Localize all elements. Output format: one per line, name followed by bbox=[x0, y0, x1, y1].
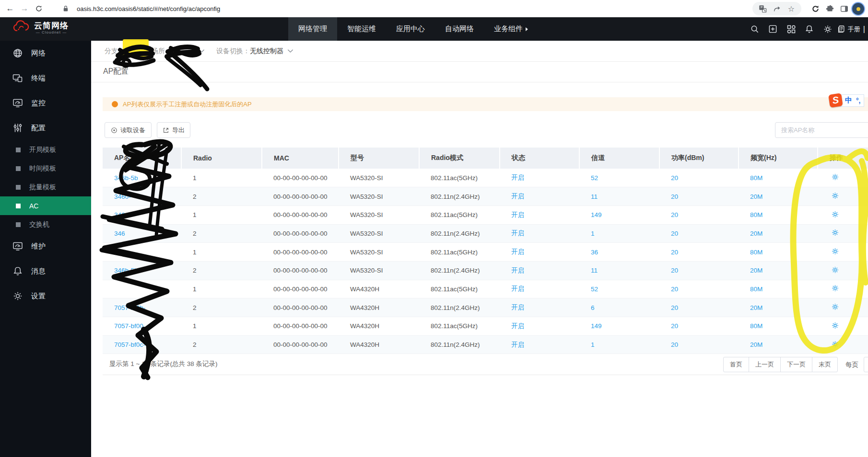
sync-icon[interactable] bbox=[808, 2, 822, 15]
cell-bandwidth[interactable]: 80M bbox=[739, 169, 818, 187]
nav-item-1[interactable]: 网络管理 bbox=[288, 17, 337, 41]
sidebar-subitem-5[interactable]: 开局模板 bbox=[0, 140, 91, 159]
cell-status[interactable]: 开启 bbox=[500, 243, 579, 262]
sidebar-item-2[interactable]: 终端 bbox=[0, 66, 91, 91]
sidebar-item-12[interactable]: 设置 bbox=[0, 284, 91, 308]
sidebar-subitem-9[interactable]: 交换机 bbox=[0, 215, 91, 234]
cell-name[interactable]: 346b-5b bbox=[103, 261, 181, 280]
cell-name[interactable]: 346 bbox=[103, 243, 181, 262]
nav-apps-grid-icon[interactable] bbox=[782, 17, 800, 41]
row-settings-gear-icon[interactable] bbox=[831, 303, 839, 311]
translate-icon[interactable] bbox=[755, 2, 770, 15]
nav-item-3[interactable]: 应用中心 bbox=[386, 17, 435, 41]
cell-channel[interactable]: 36 bbox=[579, 243, 659, 262]
sidebar-item-10[interactable]: 维护 bbox=[0, 234, 91, 259]
cell-bandwidth[interactable]: 20M bbox=[739, 261, 818, 280]
browser-profile-avatar[interactable] bbox=[851, 2, 865, 16]
cell-channel[interactable]: 11 bbox=[579, 261, 659, 280]
manual-link[interactable]: 手册 bbox=[837, 25, 860, 34]
row-settings-gear-icon[interactable] bbox=[831, 247, 839, 255]
sidebar-item-4[interactable]: 配置 bbox=[0, 115, 91, 140]
extensions-puzzle-icon[interactable] bbox=[822, 2, 837, 15]
cell-bandwidth[interactable]: 20M bbox=[739, 224, 818, 243]
cell-power[interactable]: 20 bbox=[659, 280, 739, 298]
nav-settings-gear-icon[interactable] bbox=[819, 17, 837, 41]
cell-channel[interactable]: 149 bbox=[579, 317, 659, 336]
read-device-button[interactable]: 读取设备 bbox=[105, 122, 152, 138]
cell-status[interactable]: 开启 bbox=[500, 206, 579, 224]
nav-item-5[interactable]: 业务组件 bbox=[484, 17, 538, 41]
nav-item-4[interactable]: 自动网络 bbox=[435, 17, 484, 41]
per-page-select[interactable] bbox=[864, 357, 868, 372]
sidebar-subitem-6[interactable]: 时间模板 bbox=[0, 159, 91, 178]
cell-name[interactable]: 346b-5b bbox=[103, 169, 181, 187]
cell-power[interactable]: 20 bbox=[659, 187, 739, 206]
cell-channel[interactable]: 52 bbox=[579, 169, 659, 187]
cell-power[interactable]: 20 bbox=[659, 261, 739, 280]
cell-channel[interactable]: 11 bbox=[579, 187, 659, 206]
prev-page-button[interactable]: 上一页 bbox=[749, 357, 781, 372]
bookmark-star-icon[interactable]: ☆ bbox=[784, 2, 798, 15]
cell-power[interactable]: 20 bbox=[659, 206, 739, 224]
sidebar-subitem-8[interactable]: AC bbox=[0, 196, 91, 215]
cell-power[interactable]: 20 bbox=[659, 298, 739, 317]
sidebar-item-11[interactable]: 消息 bbox=[0, 259, 91, 284]
row-settings-gear-icon[interactable] bbox=[831, 284, 839, 292]
nav-item-2[interactable]: 智能运维 bbox=[337, 17, 386, 41]
cell-name[interactable]: 3460- bbox=[103, 187, 181, 206]
sidebar-item-3[interactable]: 监控 bbox=[0, 91, 91, 115]
cell-bandwidth[interactable]: 20M bbox=[739, 335, 818, 354]
device-chevron-down-icon[interactable] bbox=[287, 49, 293, 53]
browser-back-icon[interactable]: ← bbox=[3, 2, 17, 15]
search-input[interactable] bbox=[775, 122, 868, 138]
row-settings-gear-icon[interactable] bbox=[831, 173, 839, 181]
cell-channel[interactable]: 1 bbox=[579, 224, 659, 243]
cell-bandwidth[interactable]: 80M bbox=[739, 206, 818, 224]
cell-power[interactable]: 20 bbox=[659, 243, 739, 262]
last-page-button[interactable]: 末页 bbox=[812, 357, 838, 372]
cell-channel[interactable]: 1 bbox=[579, 335, 659, 354]
cell-status[interactable]: 开启 bbox=[500, 169, 579, 187]
cell-name[interactable]: 7057-bf0c- bbox=[103, 335, 181, 354]
cell-channel[interactable]: 6 bbox=[579, 298, 659, 317]
cell-name[interactable]: 346 bbox=[103, 206, 181, 224]
cell-status[interactable]: 开启 bbox=[500, 280, 579, 298]
row-settings-gear-icon[interactable] bbox=[831, 228, 839, 237]
row-settings-gear-icon[interactable] bbox=[831, 192, 839, 200]
device-switch-value[interactable]: 无线控制器 bbox=[250, 47, 283, 56]
brand[interactable]: 云简网络 — Cloudnet — bbox=[12, 20, 69, 36]
cell-status[interactable]: 开启 bbox=[500, 224, 579, 243]
sidebar-item-1[interactable]: 网络 bbox=[0, 41, 91, 66]
cell-channel[interactable]: 52 bbox=[579, 280, 659, 298]
cell-status[interactable]: 开启 bbox=[500, 261, 579, 280]
cell-bandwidth[interactable]: 80M bbox=[739, 280, 818, 298]
site-chevron-down-icon[interactable] bbox=[199, 49, 205, 53]
cell-bandwidth[interactable]: 80M bbox=[739, 243, 818, 262]
cell-status[interactable]: 开启 bbox=[500, 335, 579, 354]
browser-forward-icon[interactable]: → bbox=[17, 2, 32, 15]
cell-power[interactable]: 20 bbox=[659, 317, 739, 336]
browser-reload-icon[interactable] bbox=[32, 2, 46, 15]
share-icon[interactable] bbox=[770, 2, 784, 15]
row-settings-gear-icon[interactable] bbox=[831, 266, 839, 274]
row-settings-gear-icon[interactable] bbox=[831, 340, 839, 348]
cell-power[interactable]: 20 bbox=[659, 335, 739, 354]
side-panel-icon[interactable] bbox=[837, 2, 851, 15]
sidebar-subitem-7[interactable]: 批量模板 bbox=[0, 178, 91, 196]
cell-status[interactable]: 开启 bbox=[500, 187, 579, 206]
cell-bandwidth[interactable]: 20M bbox=[739, 187, 818, 206]
cell-name[interactable]: 7057-bf00 bbox=[103, 317, 181, 336]
cell-bandwidth[interactable]: 20M bbox=[739, 298, 818, 317]
export-button[interactable]: 导出 bbox=[157, 122, 190, 138]
nav-add-icon[interactable] bbox=[764, 17, 782, 41]
cell-name[interactable] bbox=[103, 280, 181, 298]
cell-bandwidth[interactable]: 80M bbox=[739, 317, 818, 336]
nav-bell-icon[interactable] bbox=[800, 17, 819, 41]
cell-name[interactable]: 346 bbox=[103, 224, 181, 243]
address-bar[interactable]: oasis.h3c.com/oasis6/static/#/net/config… bbox=[77, 5, 220, 12]
first-page-button[interactable]: 首页 bbox=[723, 357, 749, 372]
cell-status[interactable]: 开启 bbox=[500, 298, 579, 317]
cell-name[interactable]: 7057-bf0b- bbox=[103, 298, 181, 317]
row-settings-gear-icon[interactable] bbox=[831, 321, 839, 330]
nav-search-icon[interactable] bbox=[746, 17, 764, 41]
